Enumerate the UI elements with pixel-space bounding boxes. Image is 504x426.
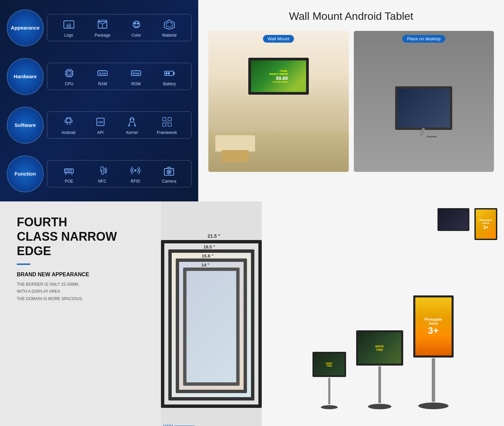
logo-icon-item: LO GO Logo <box>62 18 76 38</box>
framework-label: Framework <box>157 130 177 135</box>
material-icon <box>163 18 176 31</box>
software-badge: Software <box>7 107 44 144</box>
frames-panel: 21.5 " 18.5 " 15.6 " 14 " 16MM ← 16MM <box>161 201 262 426</box>
kernel-icon <box>125 115 139 129</box>
svg-rect-46 <box>71 120 72 123</box>
battery-icon <box>163 66 176 80</box>
nfc-label: NFC <box>98 179 107 184</box>
large-stand-pole <box>432 358 435 402</box>
svg-rect-45 <box>65 120 66 123</box>
package-icon <box>96 18 109 31</box>
svg-rect-42 <box>173 72 175 75</box>
hardware-label: Hardware <box>14 74 37 79</box>
function-badge: Function <box>7 155 44 192</box>
framework-icon-item: A Framework <box>157 115 177 135</box>
svg-point-75 <box>172 170 173 171</box>
large-portrait-tablet: Pineapple Juice 3+ <box>413 295 454 358</box>
ram-icon-item: RAM RAM <box>96 66 109 86</box>
mm-label-1: 16MM ← <box>163 424 200 426</box>
cpu-label: CPU <box>65 82 73 86</box>
svg-rect-15 <box>66 70 72 76</box>
cpu-icon <box>62 66 76 80</box>
small-tablet-dark <box>437 208 469 231</box>
right-panel: Wall Mount Android Tablet Wall Mount 750… <box>198 0 504 201</box>
software-row: Software <box>7 107 192 144</box>
rom-icon: ROM <box>129 66 143 80</box>
nfc-icon-item: NFC <box>95 164 109 184</box>
color-icon-item: Color <box>130 18 143 38</box>
battery-label: Battery <box>163 82 176 86</box>
function-icons: POE NFC <box>47 160 192 187</box>
package-icon-item: Package <box>95 18 111 38</box>
svg-point-55 <box>130 117 134 122</box>
logo-icon: LO GO <box>62 18 76 31</box>
label-21: 21.5 " <box>208 233 220 239</box>
camera-icon <box>162 164 176 177</box>
rom-icon-item: ROM ROM <box>129 66 143 86</box>
stand-small: BEERTIME <box>312 352 346 409</box>
svg-marker-14 <box>166 22 172 27</box>
page-title: Wall Mount Android Tablet <box>208 10 494 22</box>
small-stand-tablet: BEERTIME <box>312 352 346 377</box>
medium-stand-base <box>368 404 391 409</box>
svg-rect-59 <box>168 117 171 121</box>
label-15: 15.6 " <box>202 253 213 258</box>
blue-divider <box>17 264 30 265</box>
rfid-label: RFID <box>131 179 140 184</box>
nfc-icon <box>95 164 109 177</box>
label-18: 18.5 " <box>204 244 215 249</box>
svg-point-50 <box>69 119 70 120</box>
android-label: Android <box>61 130 75 135</box>
svg-marker-13 <box>164 20 174 29</box>
svg-point-74 <box>168 171 170 173</box>
svg-point-71 <box>134 170 136 172</box>
small-stand-pole <box>328 378 330 405</box>
svg-text:GO: GO <box>67 25 71 28</box>
stand-medium: BEERTIME <box>356 330 403 409</box>
svg-rect-60 <box>163 123 166 126</box>
desktop-photo: Place on desktop <box>354 31 494 172</box>
narrow-edge-title: FOURTH CLASS NARROW EDGE <box>17 215 144 258</box>
android-icon <box>62 115 75 129</box>
svg-text:RAM: RAM <box>99 72 106 75</box>
svg-point-11 <box>134 22 136 25</box>
api-icon: API <box>94 115 107 129</box>
poe-icon <box>62 164 76 177</box>
wall-mount-label: Wall Mount <box>263 35 294 43</box>
svg-rect-44 <box>168 72 170 75</box>
material-label: Material <box>162 33 177 38</box>
small-tablets-row: PineappleJuice3+ <box>437 208 497 240</box>
wall-mount-photo: Wall Mount 750ML WHEAT BREW $9.88 GOLDEN… <box>208 31 349 172</box>
svg-text:ROM: ROM <box>132 72 139 75</box>
hardware-row: Hardware <box>7 58 192 95</box>
software-icons: Android API API <box>47 111 192 139</box>
border-desc: THE BORDER IS ONLY 15-16MM, WITH A DISPL… <box>17 281 144 303</box>
medium-stand-tablet: BEERTIME <box>356 330 403 366</box>
left-feature-panel: Appearance LO GO Logo <box>0 0 198 201</box>
battery-icon-item: Battery <box>163 66 176 86</box>
medium-stand-pole <box>378 366 381 403</box>
svg-rect-43 <box>166 72 167 75</box>
appearance-icons: LO GO Logo <box>47 14 192 41</box>
rom-label: ROM <box>131 82 141 86</box>
svg-text:A: A <box>166 121 168 124</box>
appearance-badge: Appearance <box>7 9 44 46</box>
svg-rect-61 <box>168 123 171 126</box>
function-row: Function <box>7 155 192 192</box>
desktop-label: Place on desktop <box>402 35 445 43</box>
stand-large-portrait: Pineapple Juice 3+ <box>413 295 454 409</box>
bottom-right-panel: PineappleJuice3+ BEERTIME BEE <box>262 201 504 426</box>
camera-icon-item: Camera <box>162 164 176 184</box>
hardware-badge: Hardware <box>7 58 44 95</box>
kernel-icon-item: Kernel <box>125 115 139 135</box>
cpu-icon-item: CPU <box>62 66 76 86</box>
svg-point-12 <box>137 22 139 25</box>
frame-14: 14 " <box>183 268 240 386</box>
svg-text:API: API <box>98 121 103 124</box>
poe-label: POE <box>65 179 73 184</box>
photo-row: Wall Mount 750ML WHEAT BREW $9.88 GOLDEN… <box>208 31 494 172</box>
poe-icon-item: POE <box>62 164 76 184</box>
appearance-row: Appearance LO GO Logo <box>7 9 192 46</box>
svg-rect-16 <box>68 72 71 75</box>
kernel-label: Kernel <box>126 130 138 135</box>
